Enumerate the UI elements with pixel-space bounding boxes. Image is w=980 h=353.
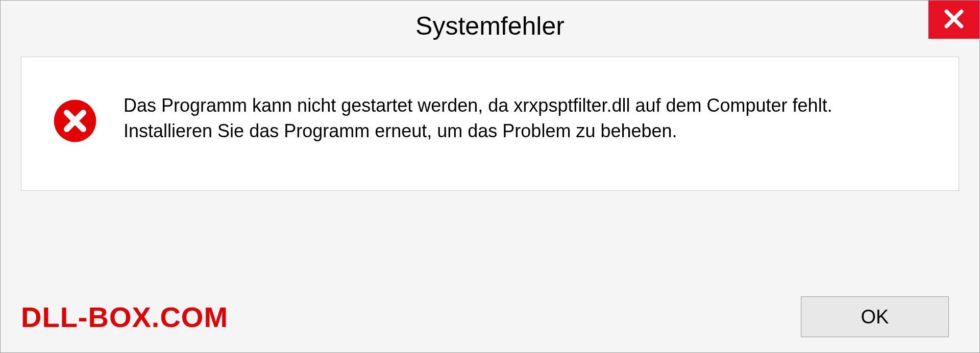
- watermark-text: DLL-BOX.COM: [21, 300, 228, 334]
- dialog-footer: DLL-BOX.COM OK: [1, 296, 979, 337]
- error-dialog: Systemfehler Das Programm kann nicht ges…: [0, 0, 980, 353]
- content-panel: Das Programm kann nicht gestartet werden…: [21, 57, 959, 191]
- ok-button[interactable]: OK: [801, 296, 949, 337]
- error-icon: [52, 98, 98, 144]
- close-button[interactable]: [928, 1, 979, 39]
- ok-button-label: OK: [861, 306, 889, 328]
- dialog-title: Systemfehler: [415, 11, 565, 41]
- titlebar: Systemfehler: [1, 1, 979, 52]
- error-message: Das Programm kann nicht gestartet werden…: [124, 93, 838, 144]
- close-icon: [943, 8, 965, 32]
